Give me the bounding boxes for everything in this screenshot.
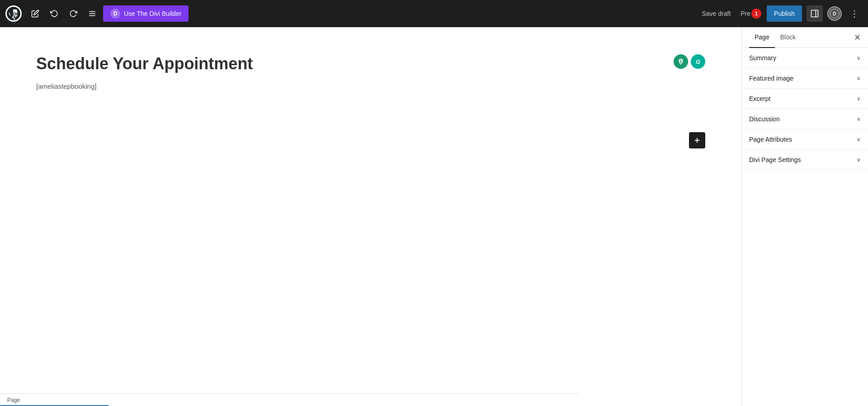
post-title[interactable]: Schedule Your Appointment (36, 54, 705, 73)
chevron-down-icon: ∨ (857, 75, 861, 81)
chevron-down-icon: ∨ (857, 157, 861, 163)
panel-excerpt: Excerpt ∨ (742, 89, 868, 109)
chevron-down-icon: ∨ (857, 136, 861, 143)
plugin-icon-green[interactable] (674, 54, 688, 69)
redo-button[interactable] (65, 5, 81, 22)
toolbar-left: D Use The Divi Builder (5, 5, 694, 22)
svg-rect-4 (811, 10, 818, 17)
panel-featured-image-header[interactable]: Featured image ∨ (742, 68, 868, 88)
panel-page-attributes-header[interactable]: Page Attributes ∨ (742, 129, 868, 149)
status-bar: Page (0, 393, 579, 406)
panel-excerpt-header[interactable]: Excerpt ∨ (742, 89, 868, 109)
undo-button[interactable] (46, 5, 62, 22)
publish-button[interactable]: Publish (767, 5, 802, 22)
preview-badge: 1 (751, 9, 761, 19)
sidebar-close-button[interactable]: ✕ (852, 31, 863, 44)
right-sidebar: Page Block ✕ Summary ∨ Featured image ∨ … (741, 27, 868, 406)
more-options-button[interactable]: ⋮ (846, 5, 863, 22)
divi-d-icon: D (110, 9, 120, 19)
main-container: G Schedule Your Appointment [ameliastepb… (0, 27, 868, 406)
divi-builder-button[interactable]: D Use The Divi Builder (103, 5, 189, 22)
save-draft-button[interactable]: Save draft (697, 7, 735, 20)
divi-avatar[interactable]: D (827, 6, 842, 21)
plugin-icon-teal[interactable]: G (691, 54, 705, 69)
post-body[interactable]: [ameliastepbooking] (36, 82, 705, 90)
wp-logo[interactable] (5, 5, 22, 22)
tab-block[interactable]: Block (775, 27, 801, 48)
svg-point-8 (680, 60, 682, 62)
status-label: Page (7, 397, 20, 403)
chevron-down-icon: ∨ (857, 55, 861, 61)
panel-featured-image: Featured image ∨ (742, 68, 868, 89)
panel-discussion: Discussion ∨ (742, 109, 868, 129)
content-area: G Schedule Your Appointment [ameliastepb… (0, 27, 741, 406)
preview-button[interactable]: Pre 1 (740, 6, 762, 21)
panel-divi-page-settings: Divi Page Settings ∨ (742, 150, 868, 170)
chevron-down-icon: ∨ (857, 96, 861, 102)
details-button[interactable] (84, 5, 100, 22)
chevron-down-icon: ∨ (857, 116, 861, 122)
main-toolbar: D Use The Divi Builder Save draft Pre 1 … (0, 0, 868, 27)
panel-summary-header[interactable]: Summary ∨ (742, 48, 868, 68)
add-block-button[interactable] (689, 132, 705, 148)
sidebar-tabs: Page Block ✕ (742, 27, 868, 48)
content-floating-icons: G (674, 54, 705, 69)
panel-divi-page-settings-header[interactable]: Divi Page Settings ∨ (742, 150, 868, 170)
edit-icon-button[interactable] (27, 5, 43, 22)
svg-text:D: D (833, 11, 836, 16)
toolbar-right: Save draft Pre 1 Publish D ⋮ (697, 5, 863, 22)
panel-page-attributes: Page Attributes ∨ (742, 129, 868, 150)
tab-page[interactable]: Page (749, 27, 775, 48)
toggle-sidebar-button[interactable] (807, 5, 823, 22)
panel-summary: Summary ∨ (742, 48, 868, 68)
panel-discussion-header[interactable]: Discussion ∨ (742, 109, 868, 129)
